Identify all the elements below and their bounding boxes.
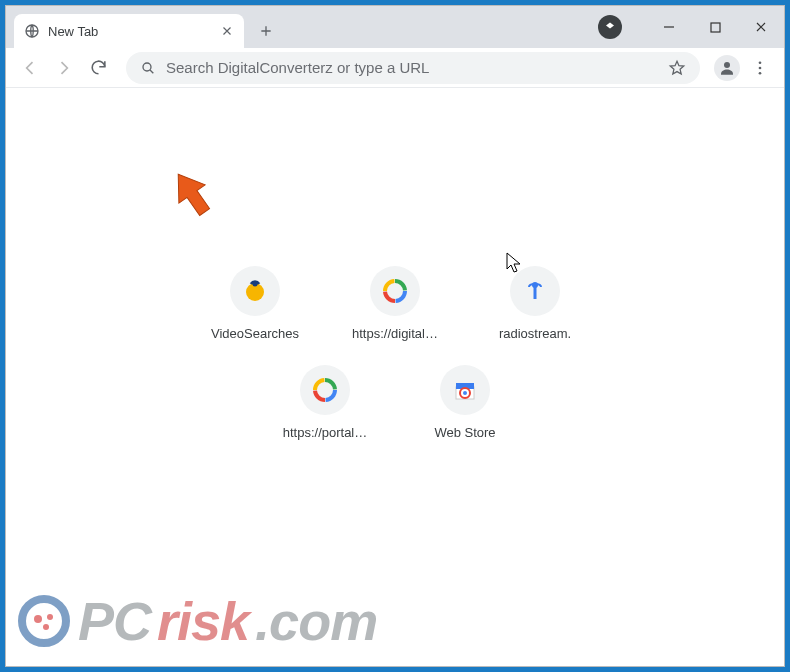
svg-point-27: [43, 624, 49, 630]
shortcut-webstore[interactable]: Web Store: [409, 365, 521, 440]
forward-button[interactable]: [48, 52, 80, 84]
new-tab-button[interactable]: [252, 17, 280, 45]
shortcut-label: https://portal…: [283, 425, 368, 440]
tab-strip: New Tab: [6, 6, 784, 48]
shortcut-icon: [440, 365, 490, 415]
svg-rect-14: [534, 287, 537, 299]
shortcut-videosearches[interactable]: VideoSearches: [199, 266, 311, 341]
svg-point-2: [143, 63, 151, 71]
shortcut-digital[interactable]: https://digital…: [339, 266, 451, 341]
extension-icon[interactable]: [598, 15, 622, 39]
shortcut-label: VideoSearches: [211, 326, 299, 341]
shortcuts-row: VideoSearches https://digital… radiostre…: [199, 266, 591, 341]
back-button[interactable]: [14, 52, 46, 84]
maximize-button[interactable]: [692, 6, 738, 48]
shortcut-radiostream[interactable]: radiostream.: [479, 266, 591, 341]
shortcut-portal[interactable]: https://portal…: [269, 365, 381, 440]
shortcut-label: https://digital…: [352, 326, 438, 341]
watermark-logo-icon: [16, 593, 72, 649]
watermark-text-pre: PC: [78, 590, 151, 652]
address-bar[interactable]: [126, 52, 700, 84]
globe-icon: [24, 23, 40, 39]
tab-new-tab[interactable]: New Tab: [14, 14, 244, 48]
shortcut-label: Web Store: [434, 425, 495, 440]
shortcut-icon: [230, 266, 280, 316]
svg-point-3: [724, 62, 730, 68]
reload-button[interactable]: [82, 52, 114, 84]
annotation-arrow-icon: [162, 164, 222, 224]
address-input[interactable]: [166, 59, 658, 76]
watermark-text-suffix: .com: [255, 590, 377, 652]
svg-point-23: [463, 391, 467, 395]
shortcut-label: radiostream.: [499, 326, 571, 341]
profile-button[interactable]: [714, 55, 740, 81]
svg-point-8: [253, 282, 258, 287]
toolbar: [6, 48, 784, 88]
menu-button[interactable]: [744, 52, 776, 84]
shortcut-icon: [300, 365, 350, 415]
watermark-text-accent: risk: [157, 590, 249, 652]
window-controls: [598, 6, 784, 48]
shortcuts: VideoSearches https://digital… radiostre…: [199, 266, 591, 440]
minimize-button[interactable]: [646, 6, 692, 48]
close-tab-icon[interactable]: [220, 24, 234, 38]
mouse-cursor-icon: [506, 252, 522, 274]
svg-point-26: [47, 614, 53, 620]
tab-title: New Tab: [48, 24, 212, 39]
svg-point-6: [759, 71, 762, 74]
shortcuts-row: https://portal… Web Store: [269, 365, 521, 440]
shortcut-icon: [370, 266, 420, 316]
bookmark-icon[interactable]: [668, 59, 686, 77]
svg-point-4: [759, 61, 762, 64]
browser-window: New Tab: [5, 5, 785, 667]
svg-point-25: [34, 615, 42, 623]
close-window-button[interactable]: [738, 6, 784, 48]
svg-rect-1: [711, 23, 720, 32]
new-tab-page: VideoSearches https://digital… radiostre…: [6, 88, 784, 666]
watermark: PCrisk.com: [16, 590, 377, 652]
search-icon: [140, 60, 156, 76]
svg-point-24: [22, 599, 66, 643]
svg-point-5: [759, 66, 762, 69]
